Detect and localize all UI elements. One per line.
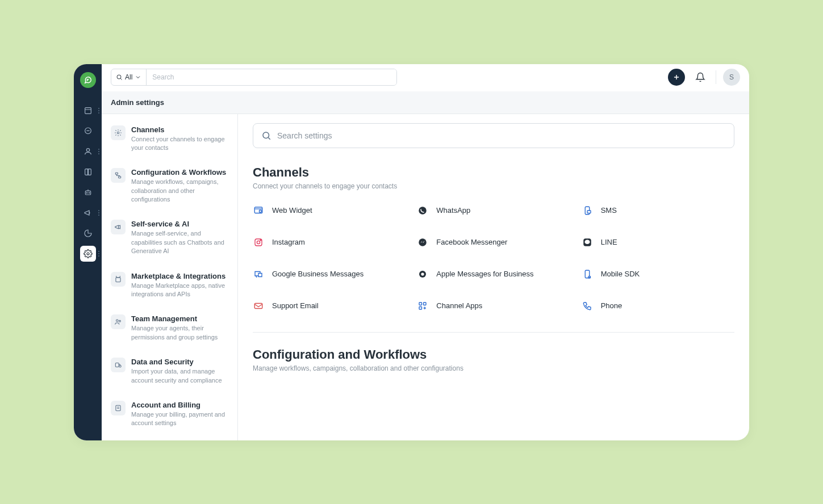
sidebar-item-billing[interactable]: Account and Billing Manage your billing,… [107, 396, 232, 432]
instagram-icon [253, 237, 264, 248]
channel-apps[interactable]: Channel Apps [417, 300, 570, 312]
channel-web-widget[interactable]: Web Widget [253, 205, 406, 216]
svg-point-9 [89, 192, 89, 193]
search-icon [261, 131, 271, 141]
sidebar-item-desc: Manage Marketplace apps, native integrat… [131, 282, 228, 299]
channel-instagram[interactable]: Instagram [253, 237, 406, 248]
svg-rect-48 [419, 306, 422, 309]
channel-whatsapp[interactable]: WhatsApp [417, 205, 570, 216]
search-scope-label: All [125, 73, 132, 81]
sidebar-item-title: Account and Billing [131, 401, 228, 409]
global-search-input[interactable] [147, 69, 396, 85]
bell-icon [695, 72, 705, 82]
nav-knowledge[interactable] [80, 164, 96, 180]
web-widget-icon [253, 205, 264, 216]
nav-rail [74, 64, 102, 440]
billing-icon [111, 401, 126, 415]
channel-label: Mobile SDK [601, 270, 640, 278]
sidebar-item-team[interactable]: Team Management Manage your agents, thei… [107, 310, 232, 346]
channel-messenger[interactable]: Facebook Messenger [417, 237, 570, 248]
channel-label: Facebook Messenger [436, 238, 507, 246]
notifications-button[interactable] [692, 69, 709, 86]
apps-icon [417, 300, 428, 312]
sidebar-item-marketplace[interactable]: Marketplace & Integrations Manage Market… [107, 267, 232, 304]
sidebar-item-desc: Manage self-service, and capabilities su… [131, 229, 228, 255]
user-icon [83, 147, 93, 156]
channel-label: Google Business Messages [272, 270, 364, 278]
svg-point-6 [86, 148, 89, 151]
sidebar-item-title: Configuration & Workflows [131, 168, 228, 177]
settings-search-input[interactable] [277, 131, 726, 140]
workflow-icon [111, 168, 126, 183]
channel-label: WhatsApp [436, 206, 470, 215]
page-title-bar: Admin settings [102, 91, 749, 114]
channel-label: LINE [601, 238, 617, 246]
whatsapp-icon [417, 205, 428, 216]
channel-google-business[interactable]: Google Business Messages [253, 268, 406, 280]
svg-rect-46 [419, 303, 422, 305]
email-icon [253, 300, 264, 312]
channel-label: Instagram [272, 238, 305, 246]
svg-point-38 [419, 238, 427, 246]
search-scope-selector[interactable]: All [111, 69, 147, 85]
app-logo[interactable] [80, 72, 96, 88]
global-search: All [111, 69, 397, 86]
channel-sms[interactable]: SMS [582, 205, 734, 216]
nav-contacts[interactable] [80, 144, 96, 159]
svg-rect-2 [85, 107, 91, 114]
nav-campaigns[interactable] [80, 205, 96, 221]
svg-rect-17 [115, 173, 118, 175]
svg-point-8 [86, 192, 87, 193]
sidebar-item-desc: Connect your channels to engage your con… [131, 135, 228, 153]
svg-point-11 [87, 253, 89, 255]
piechart-icon [83, 229, 93, 238]
user-avatar[interactable]: S [723, 69, 740, 86]
channel-grid: Web Widget WhatsApp SMS Instagram [253, 205, 734, 312]
sidebar-item-title: Marketplace & Integrations [131, 272, 228, 280]
channel-label: Channel Apps [436, 301, 482, 310]
main-area: All S Admin settings [102, 64, 749, 440]
svg-rect-45 [254, 303, 262, 308]
megaphone-icon [83, 208, 93, 217]
sidebar-item-channels[interactable]: Channels Connect your channels to engage… [107, 121, 232, 157]
plus-icon [672, 73, 680, 81]
phone-icon [582, 300, 593, 312]
nav-reports[interactable] [80, 225, 96, 241]
section-divider [253, 332, 734, 333]
new-button[interactable] [668, 69, 685, 86]
sidebar-item-title: Team Management [131, 314, 228, 323]
sidebar-item-title: Data and Security [131, 358, 228, 366]
app-window: All S Admin settings [74, 64, 749, 440]
message-icon [83, 127, 93, 136]
svg-point-37 [260, 240, 261, 241]
svg-line-28 [268, 137, 270, 139]
nav-dashboard[interactable] [80, 103, 96, 119]
sidebar-item-configuration[interactable]: Configuration & Workflows Manage workflo… [107, 163, 232, 208]
marketplace-icon [111, 272, 126, 287]
book-icon [83, 167, 93, 177]
channel-support-email[interactable]: Support Email [253, 300, 406, 312]
content-area: Channels Connect your channels to engage… [238, 114, 749, 440]
topbar: All S [102, 64, 749, 91]
topbar-divider [716, 70, 716, 84]
settings-search [253, 123, 734, 148]
nav-bots[interactable] [80, 184, 96, 200]
svg-rect-22 [115, 363, 119, 367]
channel-line[interactable]: LINE [582, 237, 734, 248]
shield-icon [111, 358, 126, 372]
sidebar-item-security[interactable]: Data and Security Import your data, and … [107, 353, 232, 389]
sms-icon [582, 205, 593, 216]
channel-phone[interactable]: Phone [582, 300, 734, 312]
svg-rect-47 [424, 303, 427, 305]
svg-rect-31 [260, 210, 262, 212]
sidebar-item-ai[interactable]: Self-service & AI Manage self-service, a… [107, 215, 232, 260]
nav-settings[interactable] [80, 246, 96, 262]
channels-icon [111, 125, 126, 140]
chevron-down-icon [135, 74, 141, 81]
messenger-icon [417, 237, 428, 248]
gear-icon [83, 249, 93, 258]
channel-mobile-sdk[interactable]: Mobile SDK [582, 268, 734, 280]
channel-apple-business[interactable]: Apple Messages for Business [417, 268, 570, 280]
nav-conversations[interactable] [80, 123, 96, 139]
section-title-channels: Channels [253, 165, 734, 180]
